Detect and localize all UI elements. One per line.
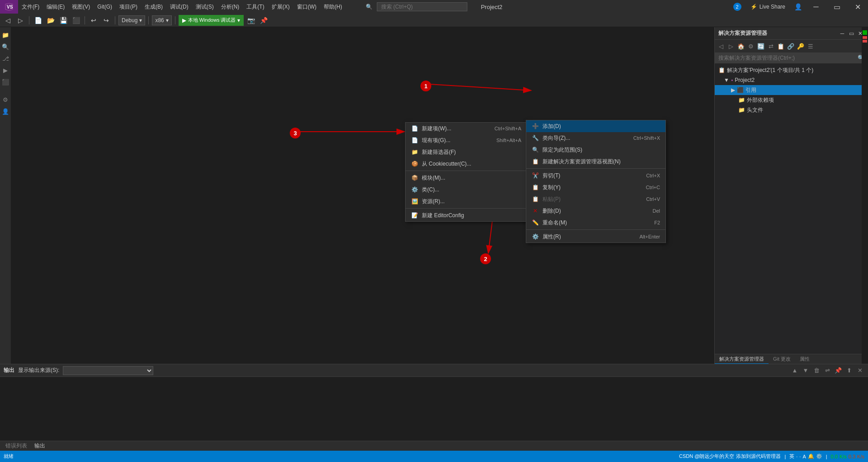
menu-project[interactable]: 项目(P) bbox=[116, 0, 141, 14]
ctx-new-se-view[interactable]: 📋 新建解决方案资源管理器视图(N) bbox=[526, 156, 665, 167]
menu-extensions[interactable]: 扩展(X) bbox=[268, 0, 293, 14]
menu-analyze[interactable]: 分析(N) bbox=[217, 0, 243, 14]
output-pin[interactable]: 📌 bbox=[834, 366, 843, 375]
menu-build[interactable]: 生成(B) bbox=[141, 0, 166, 14]
activity-settings[interactable]: ⚙ bbox=[0, 94, 11, 105]
se-tab-git-changes[interactable]: Git 更改 bbox=[769, 354, 795, 364]
ctx-properties[interactable]: ⚙️ 属性(R) Alt+Enter bbox=[526, 231, 665, 243]
status-csdn-sub[interactable]: 添加到源代码管理器 bbox=[736, 453, 781, 460]
se-tab-properties[interactable]: 属性 bbox=[795, 354, 814, 364]
menu-test[interactable]: 测试(S) bbox=[192, 0, 217, 14]
toolbar-open[interactable]: 📂 bbox=[45, 15, 56, 26]
toolbar-redo[interactable]: ↪ bbox=[101, 15, 112, 26]
status-settings-icon[interactable]: ⚙️ bbox=[816, 453, 822, 459]
ctx-editorconfig[interactable]: 📝 新建 EditorConfig bbox=[406, 210, 527, 221]
ctx-cut[interactable]: ✂️ 剪切(T) Ctrl+X bbox=[526, 170, 665, 181]
search-input[interactable] bbox=[377, 2, 467, 11]
activity-debug[interactable]: ▶ bbox=[0, 65, 11, 76]
ctx-module[interactable]: 📦 模块(M)... bbox=[406, 172, 527, 184]
toolbar-camera[interactable]: 📷 bbox=[245, 15, 256, 26]
se-tb-sync[interactable]: ⇄ bbox=[766, 42, 775, 51]
activity-source-control[interactable]: ⎇ bbox=[0, 53, 11, 64]
toolbar-pin[interactable]: 📌 bbox=[258, 15, 269, 26]
toolbar-back[interactable]: ◁ bbox=[2, 15, 13, 26]
ctx-scope[interactable]: 🔍 限定为此范围(S) bbox=[526, 144, 665, 156]
output-clear[interactable]: 🗑 bbox=[812, 366, 821, 375]
output-source-select[interactable] bbox=[63, 366, 153, 375]
menu-tools[interactable]: 工具(T) bbox=[243, 0, 268, 14]
menu-debug[interactable]: 调试(D) bbox=[166, 0, 192, 14]
menu-window[interactable]: 窗口(W) bbox=[293, 0, 320, 14]
se-maximize-button[interactable]: ▭ bbox=[847, 29, 855, 38]
tree-header-files[interactable]: 📁 头文件 bbox=[715, 105, 868, 115]
restore-button[interactable]: ▭ bbox=[826, 0, 847, 14]
se-tb-link[interactable]: 🔗 bbox=[786, 42, 795, 51]
menu-help[interactable]: 帮助(H) bbox=[320, 0, 346, 14]
se-tb-home[interactable]: 🏠 bbox=[736, 42, 745, 51]
output-scroll-up[interactable]: ▲ bbox=[790, 366, 799, 375]
menu-view[interactable]: 视图(V) bbox=[68, 0, 94, 14]
se-tb-refresh[interactable]: 🔄 bbox=[756, 42, 765, 51]
bottom-tab-output[interactable]: 输出 bbox=[33, 442, 47, 450]
se-minimize-button[interactable]: ─ bbox=[838, 29, 846, 38]
activity-explorer[interactable]: 📁 bbox=[0, 29, 11, 40]
status-a[interactable]: A bbox=[802, 454, 806, 459]
status-bell-icon[interactable]: 🔔 bbox=[808, 453, 814, 459]
ctx-class-wizard[interactable]: 🔧 类向导(Z)... Ctrl+Shift+X bbox=[526, 132, 665, 144]
ctx-rename[interactable]: ✏️ 重命名(M) F2 bbox=[526, 217, 665, 229]
output-scroll-down[interactable]: ▼ bbox=[801, 366, 810, 375]
output-source-label: 显示输出来源(S): bbox=[18, 367, 59, 374]
se-tb-view[interactable]: ☰ bbox=[806, 42, 815, 51]
ctx-cookiecutter[interactable]: 🍪 从 Cookiecutter(C)... bbox=[406, 158, 527, 170]
output-wordwrap[interactable]: ⇌ bbox=[823, 366, 832, 375]
toolbar-save[interactable]: 💾 bbox=[58, 15, 69, 26]
close-button[interactable]: ✕ bbox=[847, 0, 868, 14]
tree-references[interactable]: ▶ ⬛ 引用 bbox=[715, 85, 868, 95]
ctx-paste[interactable]: 📋 粘贴(P) Ctrl+V bbox=[526, 193, 665, 205]
toolbar-forward[interactable]: ▷ bbox=[15, 15, 26, 26]
se-search-input[interactable] bbox=[718, 55, 850, 61]
toolbar-saveall[interactable]: ⬛ bbox=[71, 15, 81, 26]
live-share-button[interactable]: ⚡ Live Share bbox=[745, 0, 791, 14]
ctx-new-item[interactable]: 📄 新建项(W)... Ctrl+Shift+A bbox=[406, 123, 527, 134]
tree-solution[interactable]: 📋 解决方案'Project2'(1 个项目/共 1 个) bbox=[715, 65, 868, 75]
ctx-resource[interactable]: 🖼️ 资源(R)... bbox=[406, 195, 527, 207]
activity-extensions[interactable]: ⬛ bbox=[0, 76, 11, 87]
menu-edit[interactable]: 编辑(E) bbox=[43, 0, 68, 14]
bottom-tab-error-list[interactable]: 错误列表 bbox=[4, 442, 29, 450]
se-tab-solution-explorer[interactable]: 解决方案资源管理器 bbox=[715, 354, 769, 364]
solution-icon: 📋 bbox=[718, 67, 725, 73]
activity-account[interactable]: 👤 bbox=[0, 106, 11, 117]
tree-project[interactable]: ▼ ▪ Project2 bbox=[715, 75, 868, 85]
tree-external-deps[interactable]: 📁 外部依赖项 bbox=[715, 95, 868, 105]
minimize-button[interactable]: ─ bbox=[806, 0, 826, 14]
output-close[interactable]: ✕ bbox=[855, 366, 864, 375]
platform-dropdown[interactable]: x86 ▾ bbox=[152, 15, 171, 25]
user-icon[interactable]: 👤 bbox=[791, 3, 806, 10]
ctx-properties-icon: ⚙️ bbox=[532, 233, 539, 240]
ctx-copy[interactable]: 📋 复制(Y) Ctrl+C bbox=[526, 181, 665, 193]
menu-file[interactable]: 文件(F) bbox=[18, 0, 43, 14]
activity-search[interactable]: 🔍 bbox=[0, 41, 11, 52]
status-speed1-unit: K/s bbox=[840, 454, 847, 459]
status-csdn[interactable]: CSDN @朗远少年的天空 bbox=[679, 453, 734, 460]
ctx-delete-shortcut: Del bbox=[652, 208, 660, 214]
toolbar-new[interactable]: 📄 bbox=[33, 15, 43, 26]
debug-config-dropdown[interactable]: Debug ▾ bbox=[118, 15, 145, 25]
toolbar-undo[interactable]: ↩ bbox=[88, 15, 99, 26]
menu-git[interactable]: Git(G) bbox=[94, 0, 116, 14]
ctx-class[interactable]: ⚙️ 类(C)... bbox=[406, 184, 527, 195]
se-tb-key[interactable]: 🔑 bbox=[796, 42, 805, 51]
se-tb-back[interactable]: ◁ bbox=[717, 42, 726, 51]
ctx-add[interactable]: ➕ 添加(D) bbox=[526, 120, 665, 132]
se-tb-forward[interactable]: ▷ bbox=[726, 42, 736, 51]
ctx-existing-item[interactable]: 📄 现有项(G)... Shift+Alt+A bbox=[406, 134, 527, 146]
run-button[interactable]: ▶ 本地 Windows 调试器 ▾ bbox=[179, 15, 244, 26]
output-float[interactable]: ⬆ bbox=[844, 366, 854, 375]
se-tb-settings[interactable]: ⚙ bbox=[746, 42, 755, 51]
notification-badge[interactable]: 2 bbox=[733, 3, 741, 11]
ctx-new-filter[interactable]: 📁 新建筛选器(F) bbox=[406, 146, 527, 158]
ctx-delete[interactable]: ✕ 删除(D) Del bbox=[526, 205, 665, 217]
status-lang-icon[interactable]: 英 bbox=[789, 453, 794, 460]
se-tb-copy[interactable]: 📋 bbox=[776, 42, 785, 51]
